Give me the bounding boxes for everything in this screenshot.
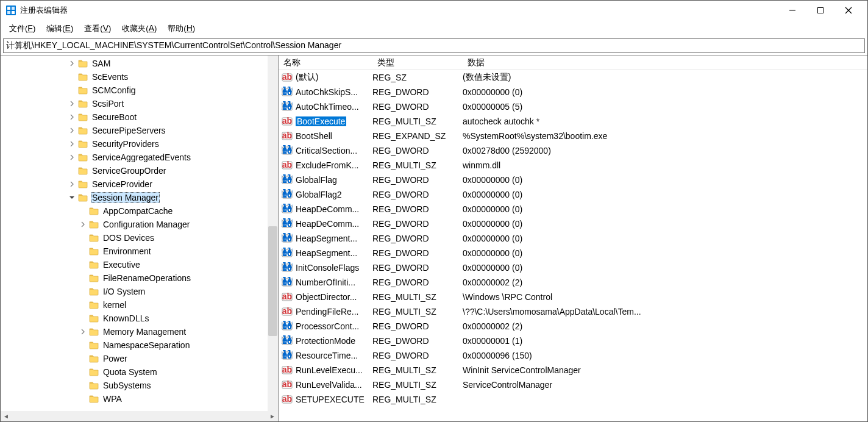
value-name: HeapDeComm... xyxy=(296,204,372,214)
tree-vertical-scrollbar[interactable] xyxy=(268,55,278,411)
tree-item[interactable]: Memory Management xyxy=(1,325,278,338)
tree-item[interactable]: Quota System xyxy=(1,365,278,379)
chevron-right-icon[interactable] xyxy=(66,154,77,160)
chevron-down-icon[interactable] xyxy=(66,195,77,201)
value-row[interactable]: 011110110001HeapDeComm...REG_DWORD0x0000… xyxy=(279,216,867,231)
value-row[interactable]: 011110110001HeapSegment...REG_DWORD0x000… xyxy=(279,231,867,246)
value-row[interactable]: abExcludeFromK...REG_MULTI_SZwinmm.dll xyxy=(279,158,867,173)
value-row[interactable]: 011110110001AutoChkTimeo...REG_DWORD0x00… xyxy=(279,99,867,114)
chevron-right-icon[interactable] xyxy=(77,329,88,335)
value-row[interactable]: 011110110001ResourceTime...REG_DWORD0x00… xyxy=(279,348,867,363)
column-type[interactable]: 类型 xyxy=(372,57,463,68)
string-value-icon: ab xyxy=(281,130,293,142)
menu-file[interactable]: 文件(F) xyxy=(4,22,40,35)
tree-item[interactable]: NamespaceSeparation xyxy=(1,338,278,352)
svg-text:ab: ab xyxy=(282,394,292,404)
column-name[interactable]: 名称 xyxy=(279,57,372,68)
value-row[interactable]: abRunLevelValida...REG_MULTI_SZServiceCo… xyxy=(279,377,867,392)
tree-item[interactable]: Executive xyxy=(1,258,278,271)
minimize-button[interactable] xyxy=(778,1,806,20)
svg-rect-3 xyxy=(7,11,10,14)
tree-item[interactable]: SecurePipeServers xyxy=(1,124,278,137)
value-name: HeapDeComm... xyxy=(296,219,372,229)
tree-item[interactable]: ScEvents xyxy=(1,70,278,84)
tree-item[interactable]: ServiceGroupOrder xyxy=(1,164,278,177)
tree-item[interactable]: ServiceProvider xyxy=(1,177,278,191)
chevron-right-icon[interactable] xyxy=(66,114,77,120)
value-name: AutoChkTimeo... xyxy=(296,102,372,112)
tree-item[interactable]: ServiceAggregatedEvents xyxy=(1,151,278,164)
value-row[interactable]: 011110110001ProtectionModeREG_DWORD0x000… xyxy=(279,334,867,348)
chevron-right-icon[interactable] xyxy=(66,127,77,134)
menu-favorites[interactable]: 收藏夹(A) xyxy=(117,22,162,35)
tree-item[interactable]: KnownDLLs xyxy=(1,312,278,325)
value-row[interactable]: 011110110001HeapDeComm...REG_DWORD0x0000… xyxy=(279,202,867,216)
value-row[interactable]: 011110110001HeapSegment...REG_DWORD0x000… xyxy=(279,246,867,260)
scrollbar-thumb[interactable] xyxy=(268,226,277,336)
value-row[interactable]: 011110110001InitConsoleFlagsREG_DWORD0x0… xyxy=(279,260,867,275)
tree-item[interactable]: Configuration Manager xyxy=(1,218,278,231)
svg-text:001: 001 xyxy=(282,234,293,243)
value-type: REG_MULTI_SZ xyxy=(372,160,463,170)
chevron-right-icon[interactable] xyxy=(66,101,77,107)
column-data[interactable]: 数据 xyxy=(463,57,867,68)
value-row[interactable]: 011110110001GlobalFlagREG_DWORD0x0000000… xyxy=(279,173,867,187)
tree-item[interactable]: ScsiPort xyxy=(1,97,278,110)
tree-item-label: Memory Management xyxy=(102,327,187,337)
value-row[interactable]: abObjectDirector...REG_MULTI_SZ\Windows … xyxy=(279,290,867,304)
value-name: CriticalSection... xyxy=(296,146,372,156)
tree-item[interactable]: SAM xyxy=(1,57,278,70)
close-button[interactable] xyxy=(834,1,863,20)
tree-item[interactable]: DOS Devices xyxy=(1,231,278,245)
tree-item[interactable]: FileRenameOperations xyxy=(1,271,278,285)
tree-item[interactable]: kernel xyxy=(1,298,278,312)
value-row[interactable]: abBootShellREG_EXPAND_SZ%SystemRoot%\sys… xyxy=(279,129,867,143)
tree-item-label: SecurityProviders xyxy=(91,139,160,149)
binary-value-icon: 011110110001 xyxy=(281,262,293,274)
value-name: GlobalFlag2 xyxy=(296,190,372,199)
svg-text:001: 001 xyxy=(282,219,293,229)
chevron-right-icon[interactable] xyxy=(77,221,88,227)
scrollbar-track[interactable] xyxy=(10,411,268,421)
chevron-right-icon[interactable] xyxy=(66,141,77,147)
maximize-button[interactable] xyxy=(806,1,834,20)
tree-horizontal-scrollbar[interactable]: ◄ ► xyxy=(1,411,278,421)
tree-item[interactable]: Environment xyxy=(1,245,278,258)
scroll-right-icon[interactable]: ► xyxy=(268,412,277,421)
tree-item-label: Environment xyxy=(102,246,152,256)
tree-item[interactable]: WPA xyxy=(1,392,278,406)
tree-item[interactable]: SecurityProviders xyxy=(1,137,278,151)
tree-item[interactable]: I/O System xyxy=(1,285,278,298)
value-row[interactable]: 011110110001CriticalSection...REG_DWORD0… xyxy=(279,143,867,158)
value-row[interactable]: 011110110001NumberOfIniti...REG_DWORD0x0… xyxy=(279,275,867,290)
value-row[interactable]: abBootExecuteREG_MULTI_SZautocheck autoc… xyxy=(279,114,867,129)
tree-item[interactable]: SCMConfig xyxy=(1,84,278,97)
value-row[interactable]: abRunLevelExecu...REG_MULTI_SZWinInit Se… xyxy=(279,363,867,377)
tree-item[interactable]: Session Manager xyxy=(1,191,278,204)
tree-item-label: ScsiPort xyxy=(91,99,125,109)
value-row[interactable]: 011110110001AutoChkSkipS...REG_DWORD0x00… xyxy=(279,85,867,99)
value-row[interactable]: abPendingFileRe...REG_MULTI_SZ\??\C:\Use… xyxy=(279,304,867,319)
chevron-right-icon[interactable] xyxy=(66,60,77,66)
value-row[interactable]: abSETUPEXECUTEREG_MULTI_SZ xyxy=(279,392,867,407)
value-type: REG_DWORD xyxy=(372,336,463,346)
address-bar[interactable]: 计算机\HKEY_LOCAL_MACHINE\SYSTEM\CurrentCon… xyxy=(3,38,865,53)
chevron-right-icon[interactable] xyxy=(66,181,77,187)
tree-item[interactable]: Power xyxy=(1,352,278,365)
folder-icon xyxy=(88,340,99,351)
value-row[interactable]: 011110110001ProcessorCont...REG_DWORD0x0… xyxy=(279,319,867,334)
menu-edit[interactable]: 编辑(E) xyxy=(41,22,78,35)
tree-item[interactable]: SecureBoot xyxy=(1,110,278,124)
menu-help[interactable]: 帮助(H) xyxy=(163,22,200,35)
menu-view[interactable]: 查看(V) xyxy=(79,22,116,35)
tree-item[interactable]: AppCompatCache xyxy=(1,204,278,218)
folder-icon xyxy=(77,138,88,149)
scroll-left-icon[interactable]: ◄ xyxy=(2,412,10,421)
tree-item[interactable]: SubSystems xyxy=(1,379,278,392)
folder-icon xyxy=(77,71,88,82)
menubar: 文件(F) 编辑(E) 查看(V) 收藏夹(A) 帮助(H) xyxy=(1,20,867,37)
titlebar[interactable]: 注册表编辑器 xyxy=(1,1,867,20)
folder-icon xyxy=(88,299,99,310)
value-row[interactable]: 011110110001GlobalFlag2REG_DWORD0x000000… xyxy=(279,187,867,202)
value-row[interactable]: ab(默认)REG_SZ(数值未设置) xyxy=(279,70,867,85)
